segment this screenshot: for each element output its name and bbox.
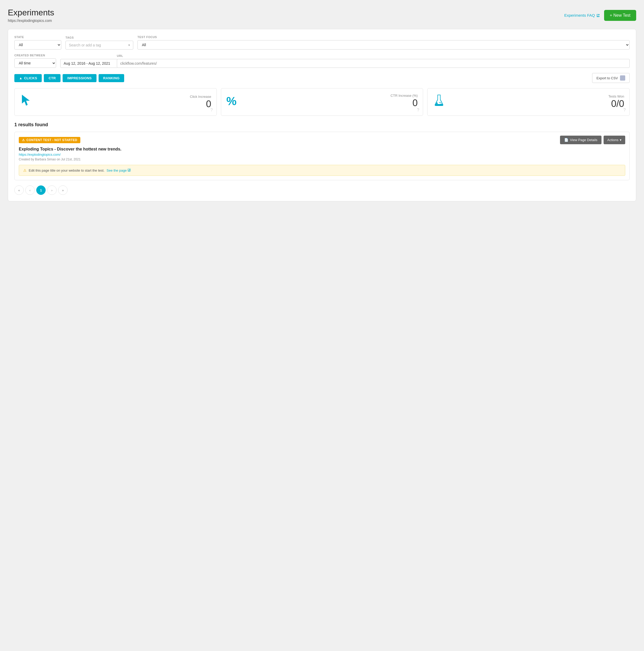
tags-label: TAGS <box>65 36 133 39</box>
stats-row: Click Increase 0 ? % CTR Increase (%) 0 … <box>14 88 630 116</box>
test-item: ⚠ CONTENT TEST - NOT STARTED 📄 View Page… <box>14 132 630 180</box>
sort-impressions-button[interactable]: IMPRESSIONS <box>63 74 96 82</box>
stat-value-ctr: 0 <box>391 97 418 108</box>
url-input[interactable] <box>117 59 630 68</box>
cursor-icon <box>20 94 32 110</box>
svg-point-0 <box>436 102 438 104</box>
percent-icon: % <box>226 95 237 107</box>
warning-icon: ⚠ <box>22 138 25 142</box>
warning-banner-icon: ⚠ <box>23 168 27 173</box>
test-focus-label: TEST FOCUS <box>137 35 630 39</box>
state-filter-group: STATE All Running Stopped Won Lost <box>14 35 61 50</box>
stat-card-tests-won: Tests Won 0/0 ? <box>427 88 630 116</box>
file-icon: 📄 <box>564 138 569 142</box>
warning-banner: ⚠ Edit this page title on your website t… <box>19 165 625 176</box>
tags-chevron-icon: ▾ <box>128 43 130 47</box>
export-file-icon <box>620 75 625 81</box>
filter-row-1: STATE All Running Stopped Won Lost TAGS … <box>14 35 630 50</box>
header-actions: Experiments FAQ + New Test <box>564 10 636 21</box>
sort-buttons: ▲ CLICKS CTR IMPRESSIONS RANKING <box>14 74 124 82</box>
test-url[interactable]: https://explodingtopics.com/ <box>19 153 625 156</box>
stat-right-ctr: CTR Increase (%) 0 <box>391 94 418 108</box>
svg-point-2 <box>440 103 441 104</box>
flask-icon <box>433 94 445 110</box>
pagination-next-button[interactable]: › <box>47 185 57 195</box>
see-page-label: See the page <box>107 168 127 173</box>
stat-card-clicks-inner: Click Increase 0 <box>20 94 211 110</box>
filters-section: STATE All Running Stopped Won Lost TAGS … <box>14 35 630 68</box>
see-page-ext-icon <box>127 168 131 173</box>
pagination-current-button[interactable]: 1 <box>36 185 45 195</box>
url-filter-group: URL <box>117 54 630 68</box>
state-select[interactable]: All Running Stopped Won Lost <box>14 40 61 50</box>
test-title: Exploding Topics - Discover the hottest … <box>19 147 625 152</box>
status-badge: ⚠ CONTENT TEST - NOT STARTED <box>19 137 80 143</box>
filter-row-2: CREATED BETWEEN All time Last 7 days Las… <box>14 54 630 68</box>
view-page-label: View Page Details <box>570 138 597 142</box>
ctr-help-icon[interactable]: ? <box>417 108 419 113</box>
sort-row: ▲ CLICKS CTR IMPRESSIONS RANKING Export … <box>14 73 630 83</box>
date-range-input[interactable] <box>60 59 118 68</box>
status-badge-label: CONTENT TEST - NOT STARTED <box>26 138 77 142</box>
sort-clicks-button[interactable]: ▲ CLICKS <box>14 74 42 82</box>
sort-clicks-label: CLICKS <box>24 76 37 80</box>
stat-label-clicks: Click Increase <box>190 95 211 99</box>
faq-label: Experiments FAQ <box>564 13 595 18</box>
time-select[interactable]: All time Last 7 days Last 30 days Last 9… <box>14 58 56 68</box>
actions-dropdown-button[interactable]: Actions ▾ <box>604 135 625 144</box>
date-range-group <box>60 59 118 68</box>
external-link-icon <box>596 13 600 17</box>
warning-text: Edit this page title on your website to … <box>29 168 104 173</box>
page-header: Experiments https://explodingtopics.com … <box>8 8 636 23</box>
see-page-link[interactable]: See the page <box>107 168 131 173</box>
svg-point-1 <box>439 102 440 103</box>
url-label: URL <box>117 54 630 57</box>
actions-label: Actions <box>607 138 618 142</box>
test-focus-select[interactable]: All Title Meta Description Content <box>137 40 630 50</box>
created-between-inputs: All time Last 7 days Last 30 days Last 9… <box>14 58 113 68</box>
stat-right-clicks: Click Increase 0 <box>190 95 211 110</box>
test-focus-filter-group: TEST FOCUS All Title Meta Description Co… <box>137 35 630 50</box>
stat-card-tests-won-inner: Tests Won 0/0 <box>433 94 624 110</box>
export-label: Export to CSV <box>596 76 618 80</box>
test-item-body: Exploding Topics - Discover the hottest … <box>14 147 630 180</box>
stat-value-clicks: 0 <box>190 99 211 110</box>
faq-link[interactable]: Experiments FAQ <box>564 13 600 18</box>
stat-label-tests-won: Tests Won <box>609 94 624 98</box>
sort-ranking-button[interactable]: RANKING <box>99 74 124 82</box>
created-between-group: CREATED BETWEEN All time Last 7 days Las… <box>14 54 113 68</box>
results-count: 1 results found <box>14 122 630 128</box>
sort-ranking-label: RANKING <box>103 76 120 80</box>
pagination-last-button[interactable]: » <box>58 185 67 195</box>
sort-ctr-button[interactable]: CTR <box>44 74 61 82</box>
stat-card-clicks: Click Increase 0 ? <box>14 88 217 116</box>
main-card: STATE All Running Stopped Won Lost TAGS … <box>8 29 636 202</box>
tags-input-wrapper[interactable]: Search or add a tag ▾ <box>65 41 133 50</box>
sort-ctr-label: CTR <box>49 76 56 80</box>
actions-chevron-icon: ▾ <box>620 138 621 142</box>
test-item-header: ⚠ CONTENT TEST - NOT STARTED 📄 View Page… <box>14 132 630 147</box>
tags-filter-group: TAGS Search or add a tag ▾ <box>65 36 133 50</box>
created-between-label: CREATED BETWEEN <box>14 54 113 57</box>
sort-arrow-icon: ▲ <box>19 76 23 80</box>
view-page-details-button[interactable]: 📄 View Page Details <box>560 135 602 144</box>
stat-card-ctr-inner: % CTR Increase (%) 0 <box>226 94 418 108</box>
export-csv-button[interactable]: Export to CSV <box>592 73 630 83</box>
time-select-group: All time Last 7 days Last 30 days Last 9… <box>14 58 56 68</box>
title-block: Experiments https://explodingtopics.com <box>8 8 54 23</box>
stat-label-ctr: CTR Increase (%) <box>391 94 418 97</box>
sort-impressions-label: IMPRESSIONS <box>67 76 92 80</box>
pagination-prev-button[interactable]: ‹ <box>25 185 35 195</box>
page-subtitle: https://explodingtopics.com <box>8 19 54 23</box>
pagination: « ‹ 1 › » <box>14 185 630 195</box>
pagination-first-button[interactable]: « <box>14 185 24 195</box>
new-test-button[interactable]: + New Test <box>604 10 636 21</box>
clicks-help-icon[interactable]: ? <box>211 108 213 113</box>
stat-value-tests-won: 0/0 <box>609 98 624 109</box>
test-actions-row: 📄 View Page Details Actions ▾ <box>560 135 625 144</box>
state-label: STATE <box>14 35 61 39</box>
test-meta: Created by Barbara Simao on Jul 21st, 20… <box>19 158 625 161</box>
tests-won-help-icon[interactable]: ? <box>623 108 626 113</box>
stat-card-ctr: % CTR Increase (%) 0 ? <box>221 88 423 116</box>
tags-placeholder: Search or add a tag <box>69 43 101 47</box>
